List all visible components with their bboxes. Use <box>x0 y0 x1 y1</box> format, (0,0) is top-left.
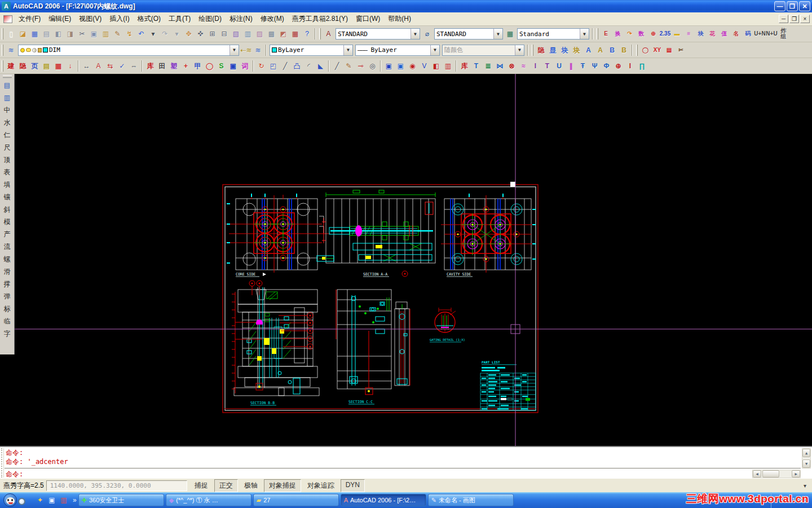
block-off-icon[interactable]: 块 <box>571 44 582 56</box>
yx-name[interactable]: 名 <box>730 28 742 40</box>
yx-flower[interactable]: 花 <box>707 28 718 40</box>
calculator-icon[interactable]: ▦ <box>289 28 301 40</box>
dim-stretch-icon[interactable]: ⇆ <box>104 60 116 72</box>
dim-update-icon[interactable]: ✓ <box>116 60 128 72</box>
toggle-osnap[interactable]: 对象捕捉 <box>264 479 301 492</box>
close-button[interactable]: ✕ <box>799 1 810 11</box>
scroll-right-icon[interactable]: ▶ <box>792 470 800 478</box>
yx-grid-icon[interactable]: 田 <box>156 60 168 72</box>
menu-item[interactable]: 格式(O) <box>134 14 165 24</box>
yx-lib-icon[interactable]: 库 <box>144 60 156 72</box>
start-button[interactable] <box>0 492 35 508</box>
zoom-previous-icon[interactable]: ⊟ <box>218 28 230 40</box>
yx-count[interactable]: 数 <box>636 28 647 40</box>
menu-item[interactable]: 燕秀工具箱2.81(Y) <box>288 14 352 24</box>
mdi-close-button[interactable]: × <box>800 15 810 23</box>
angle-pin-icon[interactable]: ∥ <box>565 60 577 72</box>
dim-text-icon[interactable]: A <box>92 60 104 72</box>
dock-flow[interactable]: 流 <box>1 240 14 253</box>
command-input[interactable]: 命令: <box>6 470 23 479</box>
command-vscrollbar[interactable]: ▲ ▼ <box>802 448 811 468</box>
restore-button[interactable]: ❐ <box>787 1 798 11</box>
brush-tool-icon[interactable]: ✎ <box>343 60 355 72</box>
dim-style-icon[interactable]: ⌀ <box>421 28 433 40</box>
sheet-set-icon[interactable]: ▩ <box>266 28 277 40</box>
menu-item[interactable]: 视图(V) <box>75 14 105 24</box>
pin-psi-icon[interactable]: Ψ <box>589 60 601 72</box>
toolbar-grip[interactable] <box>597 28 598 40</box>
dock-table[interactable]: 表 <box>1 166 14 178</box>
convex-tool-icon[interactable]: 凸 <box>291 60 303 72</box>
yx-replace[interactable]: 换 <box>612 28 624 40</box>
dock-support[interactable]: 撑 <box>1 278 14 290</box>
toolbar-grip[interactable] <box>532 45 533 56</box>
yx-insert-icon[interactable]: ↓ <box>64 60 76 72</box>
task-im[interactable]: ◆ (*^_^*) ① 永 … <box>166 494 251 506</box>
paste-icon[interactable]: ▥ <box>100 28 112 40</box>
layer-on-icon[interactable] <box>20 48 25 52</box>
yx-u-to-n[interactable]: U+N <box>754 28 766 40</box>
layer-combo[interactable]: DIM ▼ <box>18 45 239 56</box>
dock-slide[interactable]: 滑 <box>1 265 14 278</box>
mold-lib-icon[interactable]: 库 <box>458 60 470 72</box>
yx-value[interactable]: 值 <box>718 28 730 40</box>
menu-item[interactable]: 编辑(E) <box>45 14 75 24</box>
yx-fill[interactable]: ▬ <box>671 28 683 40</box>
show-object-icon[interactable]: 显 <box>547 44 559 56</box>
yx-layers-icon[interactable]: ▤ <box>41 60 52 72</box>
toggle-snap[interactable]: 捕捉 <box>189 479 213 492</box>
combo-dropdown-arrow[interactable]: ▼ <box>493 29 502 39</box>
bracket-tool-icon[interactable]: V <box>418 60 430 72</box>
qnew-icon[interactable]: ▯ <box>5 28 17 40</box>
target-tool-icon[interactable]: ⊕ <box>612 60 624 72</box>
yx-page-icon[interactable]: 页 <box>29 60 41 72</box>
layer-a-off-icon[interactable]: A <box>594 44 606 56</box>
line-tool-icon[interactable]: ╱ <box>279 60 291 72</box>
dock-product[interactable]: 产 <box>1 228 14 240</box>
scroll-left-icon[interactable]: ◀ <box>753 470 761 478</box>
command-splitter[interactable] <box>5 468 801 469</box>
yx-hide-icon[interactable]: 隐 <box>17 60 29 72</box>
redo-icon[interactable]: ↷ <box>159 28 171 40</box>
dock-temp[interactable]: 临 <box>1 315 14 327</box>
ellipse-tool-icon[interactable]: ◯ <box>639 44 651 56</box>
command-grip[interactable] <box>1 448 4 478</box>
gauge-tool-icon[interactable]: ◉ <box>407 60 418 72</box>
layer-previous-icon[interactable]: ⇠≋ <box>240 44 252 56</box>
quicklaunch-3-icon[interactable]: ▥ <box>59 494 69 506</box>
menu-item[interactable]: 文件(F) <box>15 14 45 24</box>
yx-colorgrid-icon[interactable]: ▦ <box>52 60 64 72</box>
mdi-minimize-button[interactable]: ─ <box>779 15 788 23</box>
bolt-tool-icon[interactable]: I <box>624 60 636 72</box>
dock-spring[interactable]: 弹 <box>1 290 14 303</box>
yx-word-icon[interactable]: 词 <box>239 60 251 72</box>
xy-tool-icon[interactable]: XY <box>651 44 663 56</box>
ejector-pin-icon[interactable]: T <box>470 60 482 72</box>
toolbar-grip[interactable] <box>2 28 3 40</box>
text-style-combo[interactable]: STANDARD ▼ <box>336 28 420 40</box>
yx-cross-icon[interactable]: + <box>180 60 192 72</box>
dock-top[interactable]: 顶 <box>1 154 14 166</box>
locating-ring-icon[interactable]: ⊗ <box>506 60 518 72</box>
stripes-tool-icon[interactable]: ▤ <box>663 44 675 56</box>
layer-states-icon[interactable]: ≋ <box>252 44 264 56</box>
dock-insert[interactable]: 镶 <box>1 191 14 203</box>
screw-tool-icon[interactable]: I <box>529 60 541 72</box>
fillet-tool-icon[interactable]: ◜ <box>303 60 315 72</box>
quicklaunch-chevron[interactable]: » <box>73 496 77 504</box>
dock-ruler[interactable]: 尺 <box>1 141 14 154</box>
yx-jia-icon[interactable]: 甲 <box>192 60 204 72</box>
menu-item[interactable]: 工具(T) <box>165 14 195 24</box>
dock-mark[interactable]: 标 <box>1 303 14 315</box>
linetype-combo[interactable]: ——— ByLayer ▼ <box>355 45 440 56</box>
layer-lock-icon[interactable] <box>38 48 42 52</box>
dim-style-combo[interactable]: STANDARD ▼ <box>434 28 503 40</box>
dim-gap-icon[interactable]: ⇔ <box>128 60 140 72</box>
help-icon[interactable]: ? <box>301 28 313 40</box>
task-folder-27[interactable]: ▰ 27 <box>253 494 339 506</box>
toggle-otrack[interactable]: 对象追踪 <box>302 479 339 492</box>
pin-t-icon[interactable]: T <box>541 60 553 72</box>
markup-icon[interactable]: ◩ <box>277 28 289 40</box>
yx-build-icon[interactable]: 建 <box>5 60 17 72</box>
scroll-up-icon[interactable]: ▲ <box>802 449 810 457</box>
